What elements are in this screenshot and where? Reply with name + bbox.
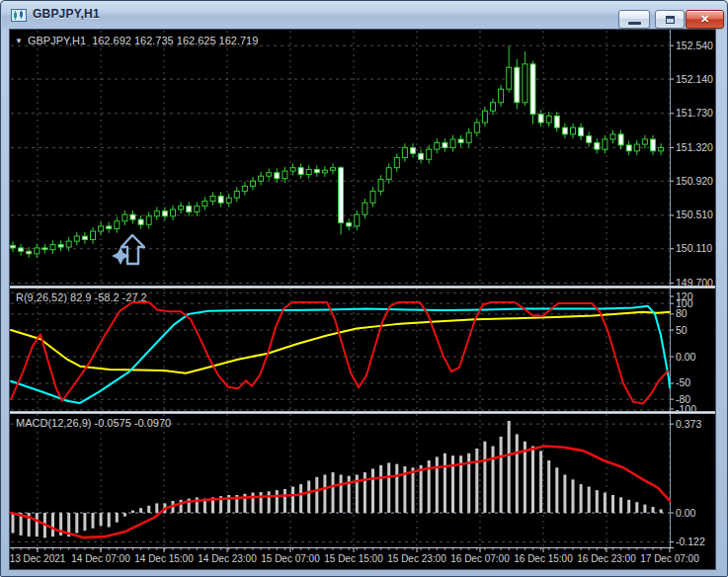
axis-tick-label: 151.320 (676, 141, 713, 153)
axis-tick-label: -100 (676, 403, 696, 412)
value-axis[interactable]: 0.3730.00-0.122 (671, 414, 705, 547)
macd-histogram (12, 421, 663, 537)
time-axis-label: 13 Dec 2021 (10, 553, 66, 564)
candles (11, 45, 664, 258)
axis-tick-label: 150.510 (676, 208, 713, 220)
time-ticks (13, 548, 670, 552)
axis-tick-label: -50 (676, 376, 690, 388)
minimize-button[interactable] (618, 10, 650, 29)
axis-tick-label: 0.373 (676, 418, 701, 430)
axis-tick-label: 0.00 (676, 351, 696, 363)
titlebar[interactable]: GBPJPY,H1 ✕ (2, 1, 726, 29)
time-axis-label: 15 Dec 23:00 (387, 553, 446, 564)
price-chart[interactable]: 152.540152.140151.730151.320150.920150.5… (10, 30, 715, 286)
cyan-indicator-line (11, 306, 670, 403)
axis-tick-label: 152.540 (676, 40, 713, 51)
macd-chart[interactable]: 0.3730.00-0.122 (10, 414, 715, 547)
restore-button[interactable] (655, 10, 685, 29)
axis-tick-label: -0.122 (676, 536, 705, 547)
oscillator-chart[interactable]: 12010080500.00-50-80-100 (10, 288, 715, 411)
chart-client-area: 152.540152.140151.730151.320150.920150.5… (9, 29, 716, 570)
value-axis[interactable]: 152.540152.140151.730151.320150.920150.5… (671, 30, 714, 286)
restore-icon (666, 16, 675, 24)
time-axis-label: 15 Dec 07:00 (261, 553, 320, 564)
axis-tick-label: 151.730 (676, 107, 713, 119)
chart-icon (11, 7, 27, 23)
time-axis-label: 14 Dec 15:00 (134, 553, 194, 564)
time-axis-label: 15 Dec 15:00 (324, 553, 383, 564)
close-button[interactable]: ✕ (686, 10, 724, 29)
value-axis[interactable]: 12010080500.00-50-80-100 (671, 288, 697, 411)
axis-tick-label: 150.110 (676, 242, 712, 254)
close-icon: ✕ (687, 13, 723, 26)
time-axis-label: 14 Dec 23:00 (198, 553, 257, 564)
axis-tick-label: 150.920 (676, 175, 713, 187)
axis-tick-label: 149.700 (676, 277, 713, 286)
time-axis-label: 16 Dec 23:00 (577, 553, 636, 564)
gridlines (11, 31, 670, 286)
chart-window: GBPJPY,H1 ✕ 152.540152.140151.730151.320… (0, 0, 728, 577)
window-title: GBPJPY,H1 (33, 7, 100, 21)
yellow-indicator-line (11, 312, 670, 373)
time-axis-label: 14 Dec 07:00 (71, 553, 130, 564)
minimize-icon (628, 22, 641, 25)
axis-tick-label: 152.140 (676, 73, 713, 85)
buy-signal-arrow (112, 235, 144, 265)
axis-tick-label: 0.00 (676, 507, 696, 519)
time-axis-label: 16 Dec 15:00 (514, 553, 573, 564)
axis-tick-label: 50 (676, 324, 688, 336)
time-axis[interactable]: 13 Dec 202114 Dec 07:0014 Dec 15:0014 De… (10, 547, 715, 569)
time-axis-label: 16 Dec 07:00 (450, 553, 510, 564)
axis-tick-label: 80 (676, 307, 688, 319)
gridlines (11, 288, 670, 411)
time-axis-label: 17 Dec 07:00 (640, 553, 699, 564)
